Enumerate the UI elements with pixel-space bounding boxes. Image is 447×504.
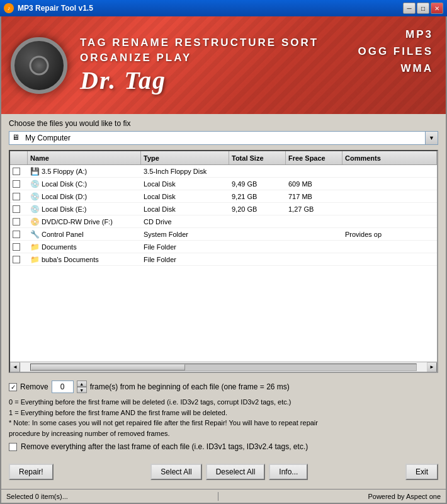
dropdown-value: My Computer: [25, 134, 71, 142]
table-row[interactable]: 💾 3.5 Floppy (A:) 3.5-Inch Floppy Disk: [10, 165, 437, 178]
row-total-cell: [229, 258, 286, 261]
remove-last-label: Remove everything after the last frame o…: [21, 442, 308, 451]
row-name-cell: 💾 3.5 Floppy (A:): [28, 166, 141, 177]
info-text: 0 = Everything before the first frame wi…: [9, 397, 438, 438]
row-free-cell: 717 MB: [286, 192, 342, 202]
row-name-cell: 💿 Local Disk (D:): [28, 191, 141, 202]
row-name-cell: 🔧 Control Panel: [28, 229, 141, 240]
app-icon: ♪: [4, 3, 14, 13]
row-comments-cell: [342, 258, 437, 261]
info-note2: procedure by increasing number of remove…: [9, 428, 438, 439]
row-checkbox-cell[interactable]: [10, 166, 28, 176]
info-button[interactable]: Info...: [269, 464, 308, 480]
title-bar-left: ♪ MP3 Repair Tool v1.5: [4, 3, 93, 13]
spinner-down-button[interactable]: ▼: [77, 387, 87, 393]
row-name-cell: 💿 Local Disk (E:): [28, 203, 141, 215]
row-checkbox-cell[interactable]: [10, 179, 28, 189]
row-free-cell: [286, 233, 342, 236]
col-header-free: Free Space: [286, 151, 342, 164]
row-checkbox-cell[interactable]: [10, 255, 28, 265]
scrollbar-track[interactable]: [30, 364, 417, 371]
scroll-left-button[interactable]: ◄: [10, 362, 20, 372]
table-row[interactable]: 💿 Local Disk (D:) Local Disk 9,21 GB 717…: [10, 190, 437, 203]
row-comments-cell: [342, 208, 437, 210]
row-checkbox[interactable]: [13, 180, 20, 188]
row-free-cell: [286, 258, 342, 261]
row-comments-cell: [342, 195, 437, 198]
remove-last-checkbox[interactable]: [9, 443, 17, 451]
row-name: DVD/CD-RW Drive (F:): [42, 218, 113, 226]
col-header-name: Name: [28, 151, 141, 164]
row-checkbox-cell[interactable]: [10, 204, 28, 214]
row-comments-cell: [342, 220, 437, 223]
row-checkbox[interactable]: [13, 243, 20, 251]
row-checkbox[interactable]: [13, 256, 20, 263]
row-checkbox-cell[interactable]: [10, 229, 28, 239]
scrollbar-thumb[interactable]: [31, 364, 185, 370]
window-title: MP3 Repair Tool v1.5: [18, 4, 93, 13]
content-area: Choose the files you would like to fix 🖥…: [1, 114, 446, 489]
row-name-cell: 💿 Local Disk (C:): [28, 178, 141, 190]
info-line2: 1 = Everything before the first frame AN…: [9, 408, 438, 418]
options-section: ✓ Remove ▲ ▼ frame(s) from he beginning …: [9, 377, 438, 460]
table-row[interactable]: 💿 Local Disk (E:) Local Disk 9,20 GB 1,2…: [10, 203, 437, 215]
scroll-right-button[interactable]: ►: [427, 362, 437, 372]
row-total-cell: [229, 170, 286, 173]
location-dropdown[interactable]: 🖥 My Computer ▼: [9, 131, 438, 145]
table-row[interactable]: 💿 Local Disk (C:) Local Disk 9,49 GB 609…: [10, 178, 437, 190]
status-bar: Selected 0 item(s)... Powered by Aspect …: [1, 489, 446, 503]
file-icon: 🔧: [30, 230, 40, 239]
choose-files-label: Choose the files you would like to fix: [9, 119, 438, 128]
file-icon: 💿: [30, 205, 40, 214]
deselect-all-button[interactable]: Deselect All: [206, 464, 266, 480]
row-total-cell: 9,21 GB: [229, 192, 286, 202]
dropdown-row: 🖥 My Computer ▼: [9, 131, 438, 145]
row-checkbox[interactable]: [13, 168, 20, 175]
dropdown-arrow-icon[interactable]: ▼: [425, 132, 438, 144]
remove-frames-row: ✓ Remove ▲ ▼ frame(s) from he beginning …: [9, 381, 438, 393]
repair-button[interactable]: Repair!: [9, 464, 54, 480]
remove-label-pre: Remove: [20, 382, 48, 391]
close-button[interactable]: ✕: [431, 3, 443, 14]
info-line1: 0 = Everything before the first frame wi…: [9, 397, 438, 408]
row-name: Control Panel: [42, 231, 84, 238]
row-free-cell: [286, 246, 342, 248]
table-row[interactable]: 📀 DVD/CD-RW Drive (F:) CD Drive: [10, 215, 437, 228]
row-total-cell: [229, 220, 286, 223]
file-icon: 💿: [30, 192, 40, 201]
select-all-button[interactable]: Select All: [150, 464, 201, 480]
row-checkbox[interactable]: [13, 193, 20, 200]
row-checkbox-cell[interactable]: [10, 242, 28, 252]
file-list-container: Name Type Total Size Free Space Comments…: [9, 150, 438, 373]
banner: TAG RENAME RESTRUCTURE SORT ORGANIZE PLA…: [1, 16, 446, 114]
file-icon: 📀: [30, 217, 40, 226]
row-total-cell: [229, 246, 286, 248]
file-list-header: Name Type Total Size Free Space Comments: [10, 151, 437, 165]
row-total-cell: 9,20 GB: [229, 204, 286, 214]
status-left: Selected 0 item(s)...: [6, 493, 68, 500]
table-row[interactable]: 📁 Documents File Folder: [10, 241, 437, 253]
remove-checkbox[interactable]: ✓: [9, 383, 17, 391]
row-type-cell: Local Disk: [141, 192, 229, 202]
horizontal-scrollbar[interactable]: ◄ ►: [10, 362, 437, 372]
frames-input[interactable]: [52, 381, 74, 393]
row-type-cell: File Folder: [141, 255, 229, 265]
table-row[interactable]: 📁 buba's Documents File Folder: [10, 253, 437, 266]
row-checkbox[interactable]: [13, 231, 20, 238]
row-checkbox-cell[interactable]: [10, 192, 28, 202]
row-checkbox[interactable]: [13, 205, 20, 213]
maximize-button[interactable]: □: [417, 3, 429, 14]
row-type-cell: CD Drive: [141, 217, 229, 227]
minimize-button[interactable]: ─: [403, 3, 416, 14]
row-type-cell: 3.5-Inch Floppy Disk: [141, 166, 229, 176]
row-type-cell: Local Disk: [141, 179, 229, 189]
exit-button[interactable]: Exit: [405, 464, 438, 480]
banner-logo: Dr. Tag: [80, 66, 436, 95]
table-row[interactable]: 🔧 Control Panel System Folder Provides o…: [10, 228, 437, 241]
row-name-cell: 📁 buba's Documents: [28, 254, 141, 265]
row-checkbox-cell[interactable]: [10, 217, 28, 227]
spinner-up-button[interactable]: ▲: [77, 381, 87, 387]
row-checkbox[interactable]: [13, 218, 20, 226]
banner-top-line1: TAG RENAME RESTRUCTURE SORT ORGANIZE PLA…: [80, 35, 436, 66]
main-window: TAG RENAME RESTRUCTURE SORT ORGANIZE PLA…: [0, 16, 447, 504]
